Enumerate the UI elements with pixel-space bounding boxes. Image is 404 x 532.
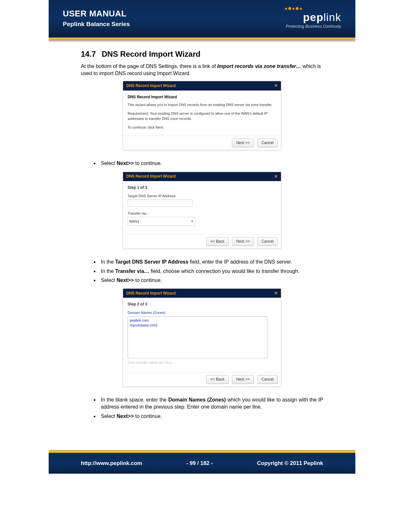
logo-dot-icon — [300, 8, 302, 10]
wizard-title: DNS Record Import Wizard — [126, 83, 176, 89]
back-button[interactable]: << Back — [206, 237, 229, 246]
brand-name: peplink — [285, 11, 341, 24]
wizard-text: To continue, click Next. — [128, 125, 276, 130]
instruction-item: In the blank space, enter the Domain Nam… — [99, 396, 323, 411]
logo-dot-icon — [285, 8, 287, 10]
instruction-item: In the Target DNS Server IP Address fiel… — [99, 258, 323, 266]
wizard-text: Requirement: Your existing DNS server is… — [128, 111, 276, 121]
instruction-item: Select Next>> to continue. — [99, 413, 323, 420]
domains-label: Domain Names (Zones): — [128, 310, 276, 315]
step-label: Step 2 of 3 — [128, 302, 276, 307]
close-icon[interactable]: ✕ — [274, 174, 278, 179]
cancel-button[interactable]: Cancel — [257, 237, 278, 246]
wizard-title: DNS Record Import Wizard — [126, 174, 176, 179]
section-title: DNS Record Import Wizard — [102, 50, 200, 58]
page-footer: http://www.peplink.com - 99 / 182 - Copy… — [49, 450, 355, 474]
ip-label: Target DNS Server IP Address: — [128, 194, 276, 198]
cancel-button[interactable]: Cancel — [257, 139, 278, 147]
section-intro: At the bottom of the page of DNS Setting… — [81, 63, 323, 77]
step-label: Step 1 of 3 — [128, 185, 276, 190]
brand-logo: peplink Protecting Business Continuity — [285, 7, 341, 29]
next-button[interactable]: Next >> — [232, 375, 254, 384]
manual-title: USER MANUAL — [63, 9, 130, 19]
domains-textarea[interactable]: peplink.com mycompany.com| — [128, 316, 267, 358]
wizard-dialog-intro: DNS Record Import Wizard ✕ DNS Record Im… — [123, 81, 281, 150]
domains-hint: (One domain name per line) — [128, 360, 276, 365]
brand-tagline: Protecting Business Continuity — [285, 24, 341, 29]
footer-url: http://www.peplink.com — [81, 460, 142, 467]
wizard-heading: DNS Record Import Wizard — [128, 94, 276, 100]
header-divider — [49, 37, 355, 40]
logo-dot-icon — [288, 7, 291, 10]
close-icon[interactable]: ✕ — [274, 290, 278, 296]
wizard-title: DNS Record Import Wizard — [126, 291, 176, 296]
footer-copyright: Copyright © 2011 Peplink — [257, 460, 323, 467]
wizard-dialog-step1: DNS Record Import Wizard ✕ Step 1 of 3 T… — [123, 172, 281, 249]
import-link-text: Import records via zone transfer… — [217, 63, 301, 69]
logo-dot-icon — [293, 8, 294, 10]
cancel-button[interactable]: Cancel — [257, 375, 278, 384]
instruction-item: Select Next>> to continue. — [99, 277, 323, 284]
next-button[interactable]: Next >> — [232, 139, 254, 147]
footer-page: - 99 / 182 - — [186, 460, 213, 467]
section-number: 14.7 — [81, 49, 96, 60]
instruction-item: Select Next>> to continue. — [99, 160, 323, 167]
manual-subtitle: Peplink Balance Series — [63, 21, 130, 28]
section-heading: 14.7DNS Record Import Wizard — [81, 49, 323, 60]
back-button[interactable]: << Back — [206, 375, 229, 384]
ip-input[interactable] — [128, 199, 193, 207]
transfer-via-label: Transfer via... — [128, 211, 276, 216]
close-icon[interactable]: ✕ — [274, 83, 278, 89]
next-button[interactable]: Next >> — [232, 237, 254, 246]
wizard-text: This wizard allows you to import DNS rec… — [128, 102, 276, 108]
select-value: WAN1 — [129, 219, 139, 224]
wizard-dialog-step2: DNS Record Import Wizard ✕ Step 2 of 3 D… — [123, 288, 281, 387]
transfer-via-select[interactable]: WAN1 ▼ — [128, 217, 195, 226]
logo-dot-icon — [296, 7, 299, 10]
chevron-down-icon: ▼ — [191, 219, 194, 224]
page-header: USER MANUAL Peplink Balance Series pepli… — [49, 0, 355, 43]
page-content: 14.7DNS Record Import Wizard At the bott… — [49, 43, 355, 437]
instruction-item: In the Transfer via… field, choose which… — [99, 268, 323, 275]
